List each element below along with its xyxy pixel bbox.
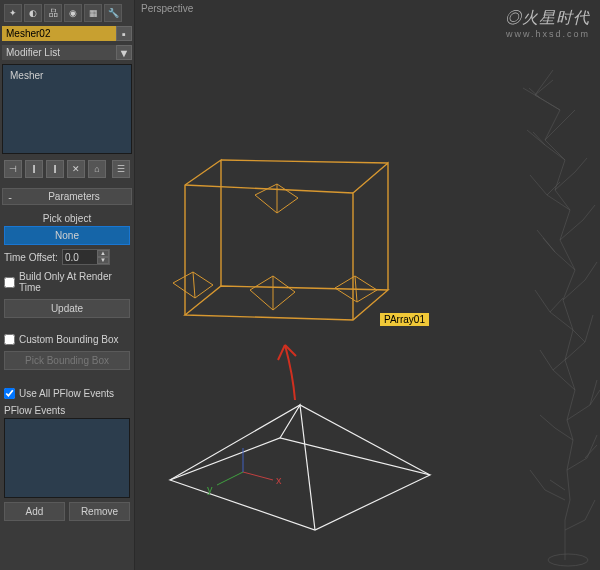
build-render-label: Build Only At Render Time xyxy=(19,271,130,293)
use-pflow-checkbox[interactable] xyxy=(4,388,15,399)
pick-bb-button[interactable]: Pick Bounding Box xyxy=(4,351,130,370)
svg-line-2 xyxy=(217,472,243,485)
modify-tab-icon[interactable]: ◐ xyxy=(24,4,42,22)
color-swatch[interactable]: ▪ xyxy=(116,26,132,41)
update-button[interactable]: Update xyxy=(4,299,130,318)
time-offset-spinner[interactable]: ▲ ▼ xyxy=(62,249,110,265)
show-result-icon[interactable]: I xyxy=(25,160,43,178)
pflow-events-label: PFlow Events xyxy=(4,405,130,416)
modifier-list-dropdown: Modifier List ▼ xyxy=(2,45,132,60)
stack-item[interactable]: Mesher xyxy=(6,68,128,83)
motion-tab-icon[interactable]: ◉ xyxy=(64,4,82,22)
create-tab-icon[interactable]: ✦ xyxy=(4,4,22,22)
remove-button[interactable]: Remove xyxy=(69,502,130,521)
rollout-header[interactable]: - Parameters xyxy=(2,188,132,205)
panel-tabs: ✦ ◐ 品 ◉ ▦ 🔧 xyxy=(2,2,132,24)
time-offset-input[interactable] xyxy=(63,250,97,264)
object-label-tag: PArray01 xyxy=(380,313,429,326)
custom-bb-label: Custom Bounding Box xyxy=(19,334,119,345)
make-unique-icon[interactable]: I xyxy=(46,160,64,178)
watermark: ◎火星时代 www.hxsd.com xyxy=(505,8,590,39)
configure-icon[interactable]: ⌂ xyxy=(88,160,106,178)
hierarchy-tab-icon[interactable]: 品 xyxy=(44,4,62,22)
axis-gizmo: x y xyxy=(207,448,282,495)
viewport-scene: x y xyxy=(135,0,600,570)
pin-stack-icon[interactable]: ⊣ xyxy=(4,160,22,178)
rollout-title: Parameters xyxy=(17,189,131,204)
viewport-label: Perspective xyxy=(141,3,193,14)
custom-bb-row: Custom Bounding Box xyxy=(4,332,130,347)
use-pflow-label: Use All PFlow Events xyxy=(19,388,114,399)
spinner-up-icon[interactable]: ▲ xyxy=(97,250,109,257)
object-name-field: Mesher02 ▪ xyxy=(2,26,132,41)
time-offset-row: Time Offset: ▲ ▼ xyxy=(4,249,130,265)
object-name-text[interactable]: Mesher02 xyxy=(2,26,116,41)
pflow-events-listbox[interactable] xyxy=(4,418,130,498)
modifier-list-label[interactable]: Modifier List xyxy=(2,45,116,60)
display-tab-icon[interactable]: ▦ xyxy=(84,4,102,22)
arrow-annotation xyxy=(278,345,296,400)
spinner-down-icon[interactable]: ▼ xyxy=(97,257,109,264)
modifier-stack[interactable]: Mesher xyxy=(2,64,132,154)
x-axis-label: x xyxy=(276,474,282,486)
build-render-checkbox[interactable] xyxy=(4,277,15,288)
svg-line-1 xyxy=(243,472,273,480)
mesher-box-wireframe xyxy=(173,160,388,320)
build-render-row: Build Only At Render Time xyxy=(4,269,130,295)
add-button[interactable]: Add xyxy=(4,502,65,521)
time-offset-label: Time Offset: xyxy=(4,252,58,263)
chevron-down-icon[interactable]: ▼ xyxy=(116,45,132,60)
viewport[interactable]: Perspective ◎火星时代 www.hxsd.com xyxy=(135,0,600,570)
svg-point-0 xyxy=(548,554,588,566)
pyramid-wireframe xyxy=(170,405,430,530)
watermark-brand: ◎火星时代 xyxy=(505,8,590,29)
tree-wireframe xyxy=(523,70,600,566)
parameters-rollout: Pick object None Time Offset: ▲ ▼ Build … xyxy=(2,207,132,527)
remove-modifier-icon[interactable]: ✕ xyxy=(67,160,85,178)
custom-bb-checkbox[interactable] xyxy=(4,334,15,345)
pick-object-button[interactable]: None xyxy=(4,226,130,245)
utilities-tab-icon[interactable]: 🔧 xyxy=(104,4,122,22)
use-pflow-row: Use All PFlow Events xyxy=(4,386,130,401)
rollout-toggle-icon[interactable]: - xyxy=(3,191,17,203)
stack-toolbar: ⊣ I I ✕ ⌂ ☰ xyxy=(2,156,132,182)
y-axis-label: y xyxy=(207,483,213,495)
command-panel: ✦ ◐ 品 ◉ ▦ 🔧 Mesher02 ▪ Modifier List ▼ M… xyxy=(0,0,135,570)
pick-object-label: Pick object xyxy=(4,213,130,224)
sets-icon[interactable]: ☰ xyxy=(112,160,130,178)
watermark-url: www.hxsd.com xyxy=(505,29,590,39)
